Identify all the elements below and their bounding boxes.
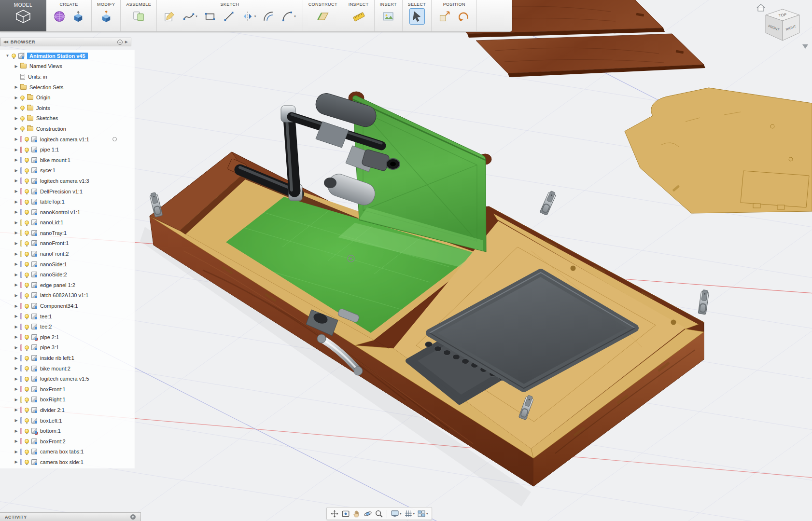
create-sketch-button[interactable] — [162, 8, 178, 25]
expand-arrow-icon[interactable]: ▶ — [14, 126, 19, 131]
visibility-bulb-icon[interactable] — [25, 262, 29, 266]
visibility-bulb-icon[interactable] — [25, 241, 29, 246]
expand-arrow-icon[interactable]: ▶ — [14, 398, 19, 402]
expand-arrow-icon[interactable]: ▶ — [14, 335, 19, 339]
create-form-button[interactable] — [52, 8, 67, 25]
expand-arrow-icon[interactable]: ▶ — [14, 460, 19, 464]
revert-button[interactable] — [456, 8, 471, 25]
tree-item-origin[interactable]: ▶Origin — [0, 92, 135, 103]
expand-arrow-icon[interactable]: ▶ — [14, 439, 19, 443]
expand-arrow-icon[interactable]: ▶ — [14, 345, 19, 350]
visibility-bulb-icon[interactable] — [25, 210, 29, 214]
offset-button[interactable] — [261, 8, 276, 25]
expand-arrow-icon[interactable]: ▶ — [14, 168, 19, 173]
expand-arrow-icon[interactable]: ▶ — [14, 325, 19, 329]
tree-item-nanoside-1[interactable]: ▶nanoSide:1 — [0, 259, 135, 270]
measure-button[interactable] — [351, 8, 366, 25]
expand-arrow-icon[interactable]: ▶ — [14, 210, 19, 214]
expand-arrow-icon[interactable]: ▶ — [14, 418, 19, 423]
expand-arrow-icon[interactable]: ▶ — [14, 241, 19, 246]
activity-status-icon[interactable] — [130, 514, 136, 520]
expand-arrow-icon[interactable]: ▶ — [14, 116, 19, 121]
tree-item-nanokontrol-v1-1[interactable]: ▶nanoKontrol v1:1 — [0, 207, 135, 218]
expand-arrow-icon[interactable]: ▶ — [14, 158, 19, 162]
visibility-bulb-icon[interactable] — [25, 137, 29, 141]
visibility-bulb-icon[interactable] — [25, 168, 29, 173]
visibility-bulb-icon[interactable] — [25, 314, 29, 318]
pan-hand-icon[interactable] — [351, 508, 362, 519]
visibility-bulb-icon[interactable] — [25, 325, 29, 329]
expand-arrow-icon[interactable]: ▶ — [14, 408, 19, 412]
tree-item-animation-station-v45[interactable]: ▼Animation Station v45 — [0, 51, 135, 61]
expand-arrow-icon[interactable]: ▶ — [14, 137, 19, 141]
tree-item-camera-box-side-1[interactable]: ▶camera box side:1 — [0, 457, 135, 467]
tree-item-tabletop-1[interactable]: ▶tableTop:1 — [0, 196, 135, 207]
browser-header[interactable]: ◀◀ BROWSER ▶ — [0, 38, 131, 46]
expand-arrow-icon[interactable]: ▶ — [14, 283, 19, 287]
visibility-bulb-icon[interactable] — [20, 126, 25, 131]
select-button[interactable] — [409, 8, 425, 25]
look-at-icon[interactable] — [340, 508, 351, 519]
latch-right[interactable] — [698, 289, 709, 315]
capture-position-button[interactable] — [437, 8, 452, 25]
tree-item-camera-box-tabs-1[interactable]: ▶camera box tabs:1 — [0, 447, 135, 457]
visibility-bulb-icon[interactable] — [20, 116, 25, 121]
visibility-bulb-icon[interactable] — [25, 200, 29, 204]
visibility-bulb-icon[interactable] — [25, 231, 29, 235]
visibility-bulb-icon[interactable] — [25, 178, 29, 183]
tree-item-inside-rib-left-1[interactable]: ▶inside rib left:1 — [0, 353, 135, 363]
tree-item-pipe-2-1[interactable]: ▶pipe 2:1 — [0, 332, 135, 343]
image-button[interactable] — [380, 8, 396, 25]
expand-arrow-icon[interactable]: ▶ — [14, 106, 19, 110]
panel-collapse-arrow-icon[interactable]: ▶ — [125, 40, 128, 44]
visibility-bulb-icon[interactable] — [25, 387, 29, 391]
visibility-bulb-icon[interactable] — [25, 450, 29, 454]
expand-arrow-icon[interactable]: ▶ — [14, 293, 19, 298]
mirror-button[interactable]: ▾ — [240, 8, 258, 25]
visibility-bulb-icon[interactable] — [25, 220, 29, 225]
tree-item-tee-1[interactable]: ▶tee:1 — [0, 311, 135, 322]
tree-item-sketches[interactable]: ▶Sketches — [0, 113, 135, 124]
plane-button[interactable] — [315, 8, 331, 25]
visibility-bulb-icon[interactable] — [25, 418, 29, 423]
collapse-chevrons-icon[interactable]: ◀◀ — [3, 40, 8, 44]
tree-item-latch-6082a130-v1-1[interactable]: ▶latch 6082A130 v1:1 — [0, 290, 135, 301]
tree-item-tee-2[interactable]: ▶tee:2 — [0, 321, 135, 332]
latch-back[interactable] — [540, 190, 557, 215]
spline-button[interactable]: ▾ — [181, 8, 199, 25]
tree-item-nanotray-1[interactable]: ▶nanoTray:1 — [0, 228, 135, 238]
visibility-bulb-icon[interactable] — [25, 356, 29, 360]
tree-item-nanofront-2[interactable]: ▶nanoFront:2 — [0, 248, 135, 259]
tree-item-syce-1[interactable]: ▶syce:1 — [0, 165, 135, 176]
expand-arrow-icon[interactable]: ▶ — [14, 377, 19, 381]
expand-arrow-icon[interactable]: ▶ — [14, 366, 19, 370]
tree-item-boxfront-2[interactable]: ▶boxFront:2 — [0, 436, 135, 447]
tree-item-boxfront-1[interactable]: ▶boxFront:1 — [0, 384, 135, 395]
visibility-bulb-icon[interactable] — [25, 366, 29, 370]
tree-item-bottom-1[interactable]: ▶bottom:1 — [0, 425, 135, 436]
minimize-icon[interactable] — [117, 40, 123, 45]
tree-item-construction[interactable]: ▶Construction — [0, 123, 135, 134]
tree-item-boxright-1[interactable]: ▶boxRight:1 — [0, 395, 135, 405]
visibility-bulb-icon[interactable] — [25, 293, 29, 298]
grid-snaps-icon[interactable]: ▾ — [403, 508, 416, 519]
expand-arrow-icon[interactable]: ▶ — [14, 148, 19, 152]
expand-arrow-icon[interactable]: ▶ — [14, 85, 19, 89]
tree-item-selection-sets[interactable]: ▶Selection Sets — [0, 82, 135, 93]
expand-arrow-icon[interactable]: ▶ — [14, 387, 19, 391]
expand-arrow-icon[interactable]: ▶ — [14, 220, 19, 225]
visibility-bulb-icon[interactable] — [25, 439, 29, 443]
tree-item-bike-mount-1[interactable]: ▶bike mount:1 — [0, 155, 135, 165]
tree-item-units-in[interactable]: Units: in — [0, 71, 135, 82]
line-button[interactable] — [221, 8, 237, 25]
arc-button[interactable]: ▾ — [280, 8, 297, 25]
visibility-bulb-icon[interactable] — [25, 158, 29, 162]
tree-item-logitech-camera-v1-5[interactable]: ▶logitech camera v1:5 — [0, 373, 135, 384]
tree-item-pipe-3-1[interactable]: ▶pipe 3:1 — [0, 343, 135, 353]
visibility-bulb-icon[interactable] — [25, 429, 29, 433]
viewports-icon[interactable]: ▾ — [416, 508, 429, 519]
expand-arrow-icon[interactable]: ▶ — [14, 429, 19, 433]
expand-arrow-icon[interactable]: ▶ — [14, 262, 19, 266]
press-pull-button[interactable] — [98, 8, 114, 25]
tree-item-bike-mount-2[interactable]: ▶bike mount:2 — [0, 363, 135, 374]
